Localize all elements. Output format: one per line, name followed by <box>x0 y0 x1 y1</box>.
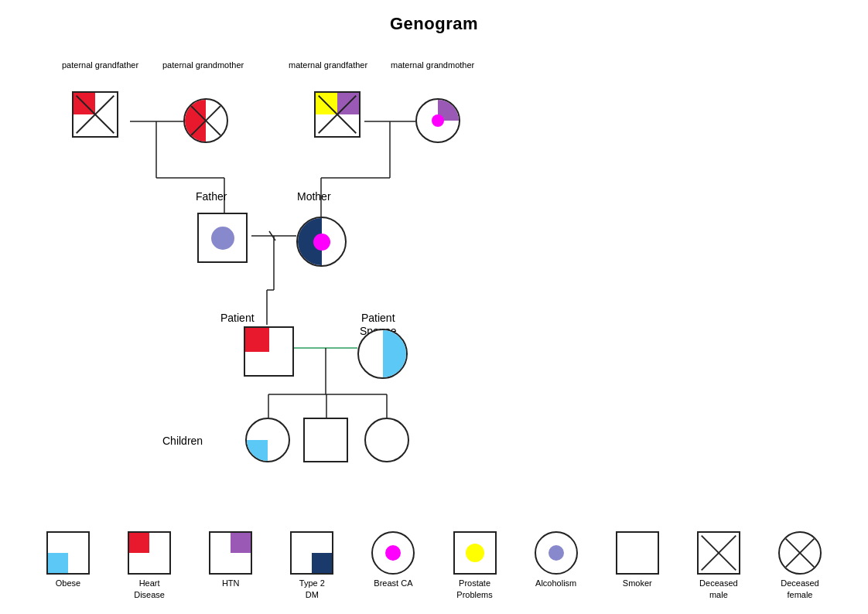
child-3 <box>364 418 409 462</box>
legend-htn: HTN <box>209 531 252 588</box>
label-children: Children <box>162 435 203 447</box>
legend-heart-disease: HeartDisease <box>128 531 171 600</box>
label-patient: Patient <box>220 312 255 324</box>
legend-prostate-label: ProstateProblems <box>456 578 492 600</box>
legend-alcoholism: Alcoholism <box>535 531 578 588</box>
page-title: Genogram <box>0 0 868 34</box>
label-father: Father <box>196 190 227 203</box>
legend-deceased-male-label: Deceasedmale <box>699 578 738 600</box>
legend-breast-ca-label: Breast CA <box>374 578 412 588</box>
legend-type2dm: Type 2DM <box>290 531 333 600</box>
paternal-grandmother <box>183 98 228 143</box>
child-2 <box>303 418 348 462</box>
father: S <box>197 213 248 263</box>
legend-breast-ca: Breast CA <box>371 531 415 588</box>
legend-type2dm-label: Type 2DM <box>299 578 325 600</box>
label-paternal-grandmother: paternal grandmother <box>162 60 244 70</box>
label-mother: Mother <box>297 190 331 203</box>
label-maternal-grandmother: maternal grandmother <box>391 60 474 70</box>
legend-deceased-male: Deceasedmale <box>697 531 740 600</box>
mother <box>296 217 347 267</box>
child-1 <box>245 418 290 462</box>
legend-prostate: ProstateProblems <box>453 531 497 600</box>
legend-heart-disease-label: HeartDisease <box>134 578 165 600</box>
svg-line-18 <box>269 231 275 240</box>
legend-htn-label: HTN <box>222 578 240 588</box>
legend-deceased-female-label: Deceasedfemale <box>781 578 819 600</box>
maternal-grandfather <box>314 91 361 138</box>
paternal-grandfather <box>72 91 118 138</box>
legend-obese: Obese <box>46 531 90 588</box>
legend-alcoholism-label: Alcoholism <box>535 578 576 588</box>
maternal-grandmother <box>415 98 460 143</box>
label-paternal-grandfather: paternal grandfather <box>62 60 138 70</box>
legend-obese-label: Obese <box>56 578 80 588</box>
patient-spouse <box>357 329 408 379</box>
label-maternal-grandfather: maternal grandfather <box>289 60 367 70</box>
legend: Obese HeartDisease HTN Type 2DM Breast C… <box>46 531 822 600</box>
genogram-lines <box>0 0 868 614</box>
legend-smoker-label: Smoker <box>623 578 652 588</box>
legend-smoker: S Smoker <box>616 531 659 588</box>
legend-deceased-female: Deceasedfemale <box>778 531 822 600</box>
patient <box>244 326 294 377</box>
